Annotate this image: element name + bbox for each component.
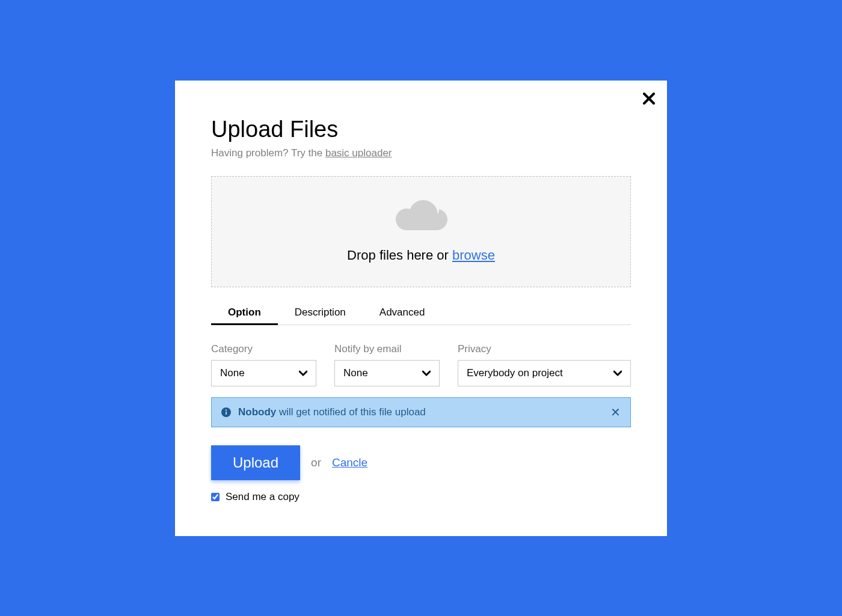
privacy-label: Privacy xyxy=(458,343,631,355)
notification-alert: Nobody will get notified of this file up… xyxy=(211,397,631,427)
tab-option[interactable]: Option xyxy=(211,300,278,325)
cloud-upload-icon xyxy=(393,200,449,236)
alert-text: Nobody will get notified of this file up… xyxy=(238,406,426,418)
privacy-group: Privacy Everybody on project xyxy=(458,343,631,386)
send-copy-label: Send me a copy xyxy=(226,491,300,503)
send-copy-checkbox[interactable] xyxy=(211,493,220,501)
checkbox-row: Send me a copy xyxy=(211,491,631,503)
notify-label: Notify by email xyxy=(334,343,440,355)
category-label: Category xyxy=(211,343,316,355)
tab-description[interactable]: Description xyxy=(278,300,363,325)
tabs: Option Description Advanced xyxy=(211,300,631,325)
category-group: Category None xyxy=(211,343,316,386)
close-button[interactable] xyxy=(643,93,655,107)
alert-rest: will get notified of this file upload xyxy=(276,406,426,418)
drop-prefix: Drop files here or xyxy=(347,248,452,263)
basic-uploader-link[interactable]: basic uploader xyxy=(325,147,392,159)
cancel-link[interactable]: Cancle xyxy=(332,456,367,469)
chevron-down-icon xyxy=(422,370,431,376)
modal-subtitle: Having problem? Try the basic uploader xyxy=(211,147,631,159)
form-row: Category None Notify by email None Priva… xyxy=(211,343,631,386)
notify-group: Notify by email None xyxy=(334,343,440,386)
actions-row: Upload or Cancle xyxy=(211,445,631,480)
privacy-select[interactable]: Everybody on project xyxy=(458,360,631,386)
info-icon xyxy=(221,407,231,417)
chevron-down-icon xyxy=(299,370,307,376)
category-value: None xyxy=(220,367,245,379)
subtitle-text: Having problem? Try the xyxy=(211,147,325,159)
browse-link[interactable]: browse xyxy=(452,248,495,263)
svg-rect-2 xyxy=(226,412,227,415)
notify-value: None xyxy=(343,367,368,379)
alert-close-button[interactable]: ✕ xyxy=(610,405,621,419)
tab-advanced[interactable]: Advanced xyxy=(363,300,442,325)
notify-select[interactable]: None xyxy=(334,360,440,386)
upload-button[interactable]: Upload xyxy=(211,445,300,480)
category-select[interactable]: None xyxy=(211,360,316,386)
upload-modal: Upload Files Having problem? Try the bas… xyxy=(175,81,667,536)
dropzone[interactable]: Drop files here or browse xyxy=(211,176,631,287)
chevron-down-icon xyxy=(613,370,622,376)
privacy-value: Everybody on project xyxy=(467,367,563,379)
close-icon xyxy=(643,93,655,105)
svg-point-1 xyxy=(226,409,227,410)
alert-bold: Nobody xyxy=(238,406,276,418)
dropzone-text: Drop files here or browse xyxy=(347,248,495,263)
modal-title: Upload Files xyxy=(211,117,631,142)
or-text: or xyxy=(311,456,321,469)
